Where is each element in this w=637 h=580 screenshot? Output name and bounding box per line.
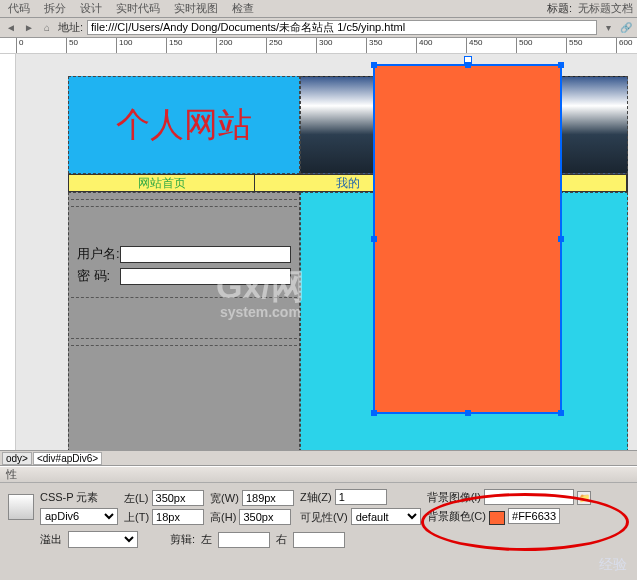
tab-design[interactable]: 设计 xyxy=(76,1,106,16)
tab-inspect[interactable]: 检查 xyxy=(228,1,258,16)
overflow-select[interactable] xyxy=(68,531,138,548)
resize-handle[interactable] xyxy=(371,410,377,416)
resize-handle[interactable] xyxy=(465,410,471,416)
password-input[interactable] xyxy=(120,268,291,285)
tab-code[interactable]: 代码 xyxy=(4,1,34,16)
link-icon[interactable]: 🔗 xyxy=(619,21,633,35)
sidebar[interactable]: 用户名: 密 码: xyxy=(68,192,300,450)
clip-left-input[interactable] xyxy=(218,532,270,548)
forward-icon[interactable]: ► xyxy=(22,21,36,35)
properties-panel: 性 CSS-P 元素 apDiv6 左(L) 上(T) 宽(W) 高(H) Z轴… xyxy=(0,466,637,580)
tab-liveview[interactable]: 实时视图 xyxy=(170,1,222,16)
resize-handle[interactable] xyxy=(558,236,564,242)
address-input[interactable] xyxy=(87,20,597,35)
login-form: 用户名: 密 码: xyxy=(73,245,295,289)
top-input[interactable] xyxy=(152,509,204,525)
dropdown-icon[interactable]: ▾ xyxy=(601,21,615,35)
tab-split[interactable]: 拆分 xyxy=(40,1,70,16)
username-label: 用户名: xyxy=(77,245,120,263)
visibility-select[interactable]: default xyxy=(351,508,421,525)
resize-handle[interactable] xyxy=(558,410,564,416)
resize-handle[interactable] xyxy=(371,236,377,242)
resize-handle[interactable] xyxy=(558,62,564,68)
home-icon[interactable]: ⌂ xyxy=(40,21,54,35)
apdiv6-selected[interactable] xyxy=(373,64,562,414)
header-logo-cell[interactable]: 个人网站 xyxy=(68,76,300,174)
zindex-input[interactable] xyxy=(335,489,387,505)
watermark-badge: 经验 xyxy=(599,556,627,574)
folder-icon[interactable]: 📁 xyxy=(577,491,591,505)
bgcolor-swatch[interactable] xyxy=(489,511,505,525)
cssp-label: CSS-P 元素 xyxy=(40,490,118,505)
address-bar: ◄ ► ⌂ 地址: ▾ 🔗 xyxy=(0,18,637,38)
username-input[interactable] xyxy=(120,246,291,263)
nav-item-home[interactable]: 网站首页 xyxy=(69,175,255,191)
left-input[interactable] xyxy=(152,490,204,506)
address-label: 地址: xyxy=(58,20,83,35)
top-toolbar: 代码 拆分 设计 实时代码 实时视图 检查 标题: 无标题文档 xyxy=(0,0,637,18)
tag-apdiv6[interactable]: <div#apDiv6> xyxy=(33,452,102,465)
tag-body[interactable]: ody> xyxy=(2,452,32,465)
properties-header[interactable]: 性 xyxy=(0,467,637,483)
title-label: 标题: xyxy=(547,1,572,16)
ruler-horizontal: 0 50 100 150 200 250 300 350 400 450 500… xyxy=(0,38,637,54)
design-canvas[interactable]: 个人网站 网站首页 我的 日志 用户名: xyxy=(0,54,637,450)
back-icon[interactable]: ◄ xyxy=(4,21,18,35)
resize-handle[interactable] xyxy=(371,62,377,68)
tab-livecode[interactable]: 实时代码 xyxy=(112,1,164,16)
clip-right-input[interactable] xyxy=(293,532,345,548)
resize-handle[interactable] xyxy=(465,62,471,68)
tag-selector-bar: ody> <div#apDiv6> xyxy=(0,450,637,466)
overflow-label: 溢出 xyxy=(40,532,62,547)
element-type-icon xyxy=(8,494,34,520)
ruler-vertical xyxy=(0,54,16,450)
password-label: 密 码: xyxy=(77,267,120,285)
element-id-select[interactable]: apDiv6 xyxy=(40,508,118,525)
bgcolor-input[interactable] xyxy=(508,508,560,524)
width-input[interactable] xyxy=(242,490,294,506)
bgimage-input[interactable] xyxy=(484,489,574,505)
height-input[interactable] xyxy=(239,509,291,525)
site-title: 个人网站 xyxy=(116,102,252,148)
title-value: 无标题文档 xyxy=(578,1,633,16)
